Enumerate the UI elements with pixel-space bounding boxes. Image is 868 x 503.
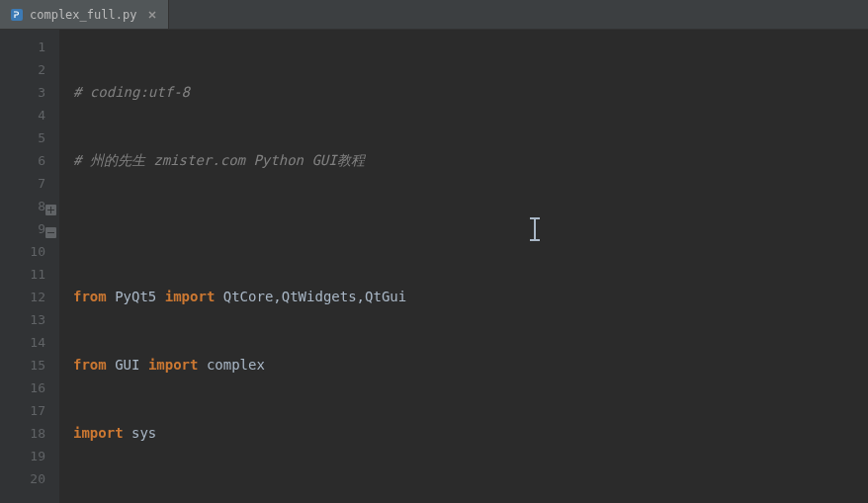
tab-filename: complex_full.py: [30, 8, 136, 22]
line-number: 6: [38, 153, 45, 168]
code-line: [73, 490, 868, 503]
line-number: 11: [30, 267, 45, 282]
python-file-icon: [10, 8, 24, 22]
line-number: 19: [30, 449, 45, 463]
code-line: # coding:utf-8: [73, 81, 868, 104]
line-number: 5: [38, 130, 45, 145]
line-number-gutter[interactable]: 1 2 3 4 5 6 7 8 9 10 11 12 13 14 15 16 1…: [0, 30, 59, 503]
editor-area: 1 2 3 4 5 6 7 8 9 10 11 12 13 14 15 16 1…: [0, 30, 868, 503]
code-line: import sys: [73, 422, 868, 445]
line-number: 4: [38, 108, 45, 123]
file-tab[interactable]: complex_full.py: [0, 0, 169, 29]
line-number: 13: [30, 312, 45, 327]
mouse-text-cursor-icon: [534, 219, 536, 239]
line-number: 14: [30, 335, 45, 350]
line-number: 2: [38, 62, 45, 77]
fold-icon[interactable]: [45, 200, 56, 210]
line-number: 3: [38, 85, 45, 100]
code-line: [73, 217, 868, 240]
code-editor[interactable]: # coding:utf-8 # 州的先生 zmister.com Python…: [59, 30, 868, 503]
code-line: from PyQt5 import QtCore,QtWidgets,QtGui: [73, 286, 868, 308]
line-number: 12: [30, 290, 45, 304]
line-number: 20: [30, 471, 45, 486]
line-number: 9: [38, 221, 45, 236]
code-line: from GUI import complex: [73, 354, 868, 377]
tab-bar: complex_full.py: [0, 0, 868, 30]
code-line: # 州的先生 zmister.com Python GUI教程: [73, 149, 868, 172]
line-number: 16: [30, 380, 45, 395]
line-number: 1: [38, 40, 45, 54]
line-number: 7: [38, 176, 45, 191]
line-number: 18: [30, 426, 45, 441]
close-icon[interactable]: [146, 9, 158, 21]
line-number: 8: [38, 199, 45, 213]
line-number: 15: [30, 358, 45, 373]
fold-icon[interactable]: [45, 222, 56, 233]
line-number: 17: [30, 403, 45, 418]
line-number: 10: [30, 244, 45, 259]
